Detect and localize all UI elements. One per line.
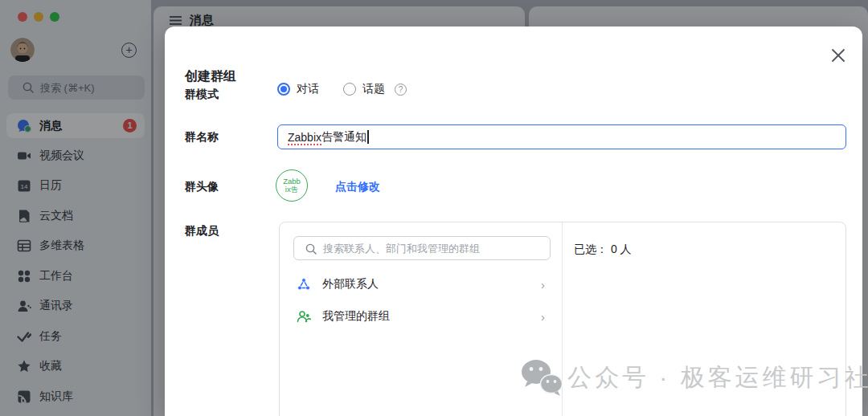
group-avatar-label: 群头像 — [185, 180, 219, 194]
modal-title: 创建群组 — [185, 68, 236, 85]
radio-topic-label: 话题 — [362, 82, 385, 96]
managed-groups-icon — [297, 309, 311, 324]
members-item-label: 外部联系人 — [322, 277, 379, 292]
text-caret — [367, 130, 369, 144]
divider — [562, 222, 563, 416]
group-mode-options: 对话 话题 ? — [277, 82, 407, 96]
group-name-label: 群名称 — [185, 130, 219, 145]
edit-avatar-link[interactable]: 点击修改 — [335, 180, 380, 194]
create-group-modal: 创建群组 群模式 对话 话题 ? 群名称 Zabbix告警通知 群头像 Zabb… — [165, 27, 862, 416]
group-members-label: 群成员 — [185, 224, 219, 239]
group-name-input[interactable]: Zabbix告警通知 — [277, 124, 846, 149]
members-item-managed-groups[interactable]: 我管理的群组 › — [288, 304, 555, 328]
external-contacts-icon — [297, 277, 311, 292]
help-icon[interactable]: ? — [395, 84, 407, 96]
chevron-right-icon: › — [541, 278, 545, 292]
group-avatar-preview[interactable]: Zabbix告 — [276, 169, 308, 202]
radio-chat-selected[interactable] — [277, 83, 290, 96]
chevron-right-icon: › — [541, 310, 545, 324]
group-avatar-line2: ix告 — [285, 185, 298, 194]
members-search-input[interactable] — [323, 237, 547, 259]
radio-topic-unselected[interactable] — [343, 83, 356, 96]
members-picker: 外部联系人 › 我管理的群组 › 已选： 0 人 — [279, 222, 846, 416]
app-window: + 消息 1 视频会议 14 日历 云文档 多维表格 工作台 — [0, 0, 868, 416]
group-mode-label: 群模式 — [185, 88, 219, 102]
selected-count: 已选： 0 人 — [574, 243, 632, 257]
search-icon — [305, 243, 317, 255]
members-item-external-contacts[interactable]: 外部联系人 › — [288, 272, 555, 296]
members-item-label: 我管理的群组 — [322, 309, 390, 324]
group-avatar-line1: Zabb — [283, 177, 301, 186]
close-icon[interactable] — [829, 46, 848, 65]
group-name-value-spellchecked: Zabbix — [288, 131, 321, 144]
radio-chat-label: 对话 — [297, 82, 319, 96]
group-name-value-rest: 告警通知 — [321, 130, 366, 145]
members-search[interactable] — [293, 236, 551, 260]
